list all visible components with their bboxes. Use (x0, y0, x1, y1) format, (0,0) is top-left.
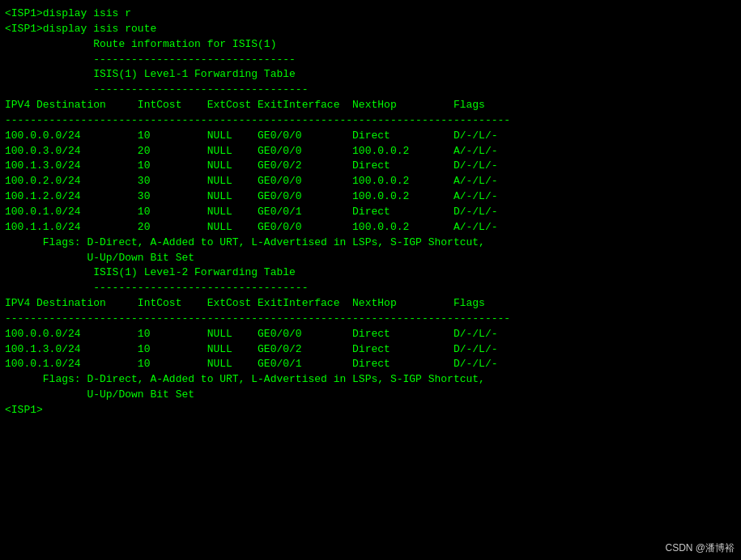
watermark: CSDN @潘博裕 (665, 541, 735, 555)
terminal-line: Flags: D-Direct, A-Added to URT, L-Adver… (5, 372, 736, 388)
terminal-line: Route information for ISIS(1) (5, 37, 736, 53)
terminal-line: U-Up/Down Bit Set (5, 251, 736, 266)
terminal-line: <ISP1>display isis route (5, 22, 736, 37)
terminal-line: 100.0.1.0/24 10 NULL GE0/0/1 Direct D/-/… (5, 357, 736, 372)
terminal-line: ---------------------------------- (5, 83, 736, 98)
terminal-line: -------------------------------- (5, 53, 736, 68)
terminal-line: 100.1.2.0/24 30 NULL GE0/0/0 100.0.0.2 A… (5, 189, 736, 205)
terminal-line: Flags: D-Direct, A-Added to URT, L-Adver… (5, 235, 736, 251)
terminal-line: ----------------------------------------… (5, 312, 736, 327)
terminal-line: ISIS(1) Level-1 Forwarding Table (5, 67, 736, 83)
terminal-line: U-Up/Down Bit Set (5, 388, 736, 403)
terminal-line: 100.0.0.0/24 10 NULL GE0/0/0 Direct D/-/… (5, 129, 736, 144)
terminal-line: 100.1.1.0/24 20 NULL GE0/0/0 100.0.0.2 A… (5, 220, 736, 235)
terminal-line: 100.0.1.0/24 10 NULL GE0/0/1 Direct D/-/… (5, 205, 736, 220)
terminal-line: 100.0.0.0/24 10 NULL GE0/0/0 Direct D/-/… (5, 327, 736, 342)
terminal-line: ISIS(1) Level-2 Forwarding Table (5, 265, 736, 281)
terminal-line: ----------------------------------------… (5, 113, 736, 129)
terminal-window: <ISP1>display isis r<ISP1>display isis r… (0, 0, 741, 425)
terminal-line: IPV4 Destination IntCost ExtCost ExitInt… (5, 296, 736, 312)
terminal-line: IPV4 Destination IntCost ExtCost ExitInt… (5, 98, 736, 113)
terminal-line: 100.1.3.0/24 10 NULL GE0/0/2 Direct D/-/… (5, 342, 736, 358)
terminal-line: 100.0.2.0/24 30 NULL GE0/0/0 100.0.0.2 A… (5, 174, 736, 189)
terminal-line: 100.0.3.0/24 20 NULL GE0/0/0 100.0.0.2 A… (5, 144, 736, 159)
terminal-line: <ISP1>display isis r (5, 6, 736, 22)
terminal-line: 100.1.3.0/24 10 NULL GE0/0/2 Direct D/-/… (5, 159, 736, 174)
terminal-line: <ISP1> (5, 403, 736, 418)
terminal-line: ---------------------------------- (5, 281, 736, 296)
